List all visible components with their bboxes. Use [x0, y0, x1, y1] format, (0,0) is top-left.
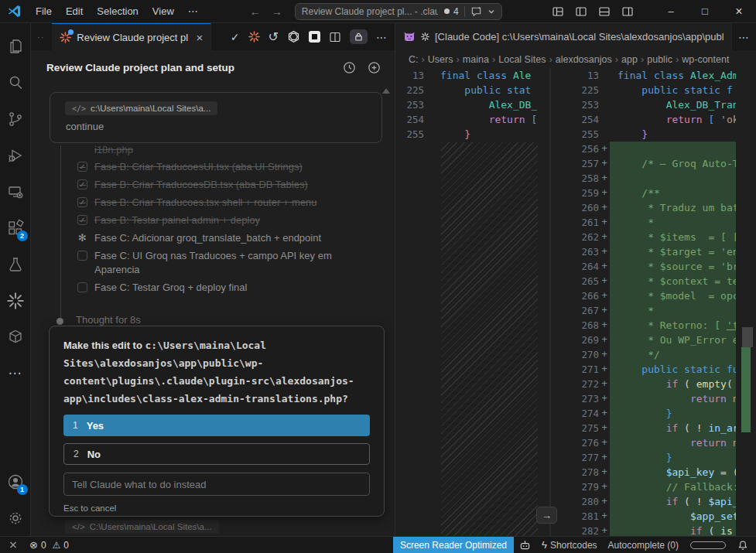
pill-outline-icon[interactable]: [690, 541, 726, 549]
breadcrumb-item[interactable]: public: [647, 54, 672, 65]
right-editor-group: [Claude Code] c:\Users\maina\Local Sites…: [395, 23, 756, 536]
claude-conversation: </> c:\Users\maina\Local Sites\a... cont…: [31, 85, 395, 536]
esc-hint: Esc to cancel: [63, 504, 370, 513]
customize-layout-icon[interactable]: [552, 5, 564, 18]
code-line: 225 public static f: [551, 83, 756, 97]
code-text: * $model = opci: [610, 288, 736, 303]
chat-input-context-chip[interactable]: </> C:\Users\maina\Local Sites\a...: [65, 520, 219, 534]
autocomplete-status[interactable]: Autocomplete (0): [603, 537, 684, 553]
code-line: 255 }: [399, 127, 549, 142]
task-item-overflow: i18n.php: [94, 144, 133, 155]
breadcrumb-item[interactable]: C:: [409, 54, 419, 65]
claude-action-icon[interactable]: [248, 31, 260, 43]
openai-icon[interactable]: [287, 30, 300, 43]
accept-check-icon[interactable]: ✓: [231, 31, 240, 43]
more-actions-icon[interactable]: ⋯: [0, 355, 31, 391]
minimize-button[interactable]: –: [654, 0, 688, 22]
code-text: return [ 'ok': [610, 112, 736, 127]
accounts-icon[interactable]: 1: [0, 463, 31, 500]
context-file-chip[interactable]: </> c:\Users\maina\Local Sites\a...: [65, 101, 217, 115]
close-button[interactable]: ×: [722, 0, 756, 22]
code-line: 281+ $app_sett: [551, 509, 756, 524]
extensions-icon[interactable]: 2: [0, 210, 31, 246]
scrollbar[interactable]: [736, 68, 756, 536]
chevron-down-icon[interactable]: [487, 8, 495, 15]
diff-filler-hatch: [441, 142, 538, 536]
more-actions-icon[interactable]: ⋯: [732, 31, 756, 43]
menu-item[interactable]: File: [29, 3, 59, 19]
diff-original-pane[interactable]: 13final class Ale225 public stat253 Alex…: [399, 68, 549, 536]
more-actions-icon[interactable]: ⋯: [376, 31, 388, 43]
breadcrumb-item[interactable]: maina: [463, 54, 489, 65]
menu-item[interactable]: View: [145, 3, 181, 19]
command-center[interactable]: Review Claude project pl... - .claude - …: [295, 3, 502, 20]
remote-explorer-icon[interactable]: [0, 173, 31, 210]
toggle-sidebar-icon[interactable]: [575, 5, 587, 18]
code-text: *: [610, 303, 736, 318]
back-icon[interactable]: ←: [250, 5, 261, 18]
breadcrumb-item[interactable]: wp-content: [682, 54, 729, 65]
scrollbar-thumb[interactable]: [742, 327, 753, 347]
line-number: 257: [551, 156, 599, 171]
code-text: * Traduz um batc: [610, 200, 736, 215]
maximize-button[interactable]: □: [688, 0, 722, 22]
code-line: 270+ */: [551, 347, 756, 362]
code-line: 265+ * $context = tex: [551, 274, 756, 288]
testing-icon[interactable]: [0, 246, 31, 282]
code-text: * $items = [ [: [610, 230, 736, 244]
line-number: 225: [399, 83, 429, 97]
package-icon[interactable]: [0, 319, 31, 355]
feedback-input[interactable]: [63, 473, 370, 496]
square-box-icon[interactable]: [309, 31, 320, 43]
error-count: 0: [41, 540, 46, 551]
robot-icon[interactable]: [514, 537, 536, 553]
added-plus: +: [599, 362, 610, 377]
toggle-secondary-sidebar-icon[interactable]: [621, 5, 634, 18]
code-chip-icon: </>: [72, 522, 85, 531]
added-plus: +: [599, 480, 610, 494]
no-button[interactable]: 2 No: [63, 443, 370, 465]
line-number: 13: [551, 68, 599, 83]
problems-indicator[interactable]: ⊗ 0 ⚠ 0: [24, 537, 74, 553]
menu-item[interactable]: Edit: [59, 3, 90, 19]
chat-icon[interactable]: [470, 5, 482, 17]
screen-reader-status[interactable]: Screen Reader Optimized: [393, 537, 514, 553]
claude-extension-icon[interactable]: [0, 282, 31, 319]
lock-icon[interactable]: [350, 29, 368, 44]
source-control-icon[interactable]: [0, 101, 31, 137]
vscode-window: FileEditSelectionView⋯ ← → Review Claude…: [0, 0, 756, 553]
line-number: 273: [551, 391, 599, 406]
toggle-panel-icon[interactable]: [598, 5, 611, 18]
remote-indicator[interactable]: [0, 537, 24, 553]
search-icon[interactable]: [0, 64, 31, 101]
breadcrumb-item[interactable]: alexdosanjos: [556, 54, 612, 65]
notifications-bell-icon[interactable]: [732, 537, 756, 553]
task-label: Fase C: Adicionar groq_translate_batch +…: [94, 231, 321, 245]
menu-item[interactable]: ⋯: [181, 3, 205, 19]
scroll-up-icon[interactable]: [382, 88, 390, 94]
forward-icon[interactable]: →: [272, 5, 282, 18]
undo-icon[interactable]: ↺: [269, 29, 279, 44]
new-chat-icon[interactable]: [368, 61, 381, 74]
tab-review-claude-plan[interactable]: Review Claude project pl... ×: [52, 23, 211, 50]
explorer-icon[interactable]: [0, 28, 31, 64]
code-line: 260+ * Traduz um batc: [551, 200, 756, 215]
tab-overflow[interactable]: ··: [31, 32, 52, 42]
line-number: 255: [399, 127, 429, 142]
close-tab-icon[interactable]: ×: [197, 31, 204, 44]
breadcrumb-item[interactable]: app: [621, 54, 638, 65]
yes-button[interactable]: 1 Yes: [63, 415, 370, 436]
diff-revert-arrow-button[interactable]: →: [536, 507, 557, 524]
diff-modified-pane[interactable]: 13final class Alex_Adm225 public static …: [551, 68, 756, 536]
run-debug-icon[interactable]: [0, 137, 31, 173]
status-bar: ⊗ 0 ⚠ 0 Screen Reader Optimized ϟ Shortc…: [0, 536, 756, 553]
shortcodes-status[interactable]: ϟ Shortcodes: [536, 537, 603, 553]
split-editor-icon[interactable]: [329, 31, 341, 43]
breadcrumb-item[interactable]: Local Sites: [498, 54, 546, 65]
menu-item[interactable]: Selection: [90, 3, 145, 19]
tab-claude-code-file[interactable]: [Claude Code] c:\Users\maina\Local Sites…: [395, 23, 732, 50]
history-clock-icon[interactable]: [343, 61, 356, 74]
task-item: ✻Fase C: Adicionar groq_translate_batch …: [77, 231, 379, 245]
settings-gear-icon[interactable]: [0, 500, 31, 536]
breadcrumb-item[interactable]: Users: [428, 54, 453, 65]
